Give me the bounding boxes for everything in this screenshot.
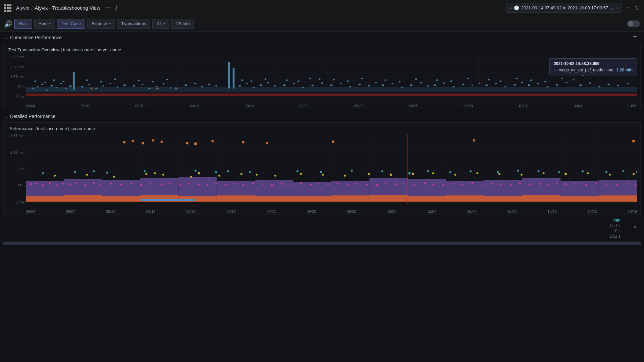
cumulative-chart-title: Test Transaction Overview | test-case-na… [4, 47, 640, 55]
svg-point-242 [385, 183, 386, 184]
svg-point-86 [347, 80, 349, 82]
star-icon[interactable]: ☆ [106, 5, 110, 11]
svg-point-272 [145, 173, 147, 175]
scroll-bar[interactable] [3, 241, 641, 245]
svg-point-226 [233, 183, 235, 185]
svg-point-247 [432, 184, 434, 185]
svg-point-299 [142, 142, 144, 144]
svg-point-222 [198, 184, 200, 185]
svg-rect-191 [331, 195, 369, 202]
svg-point-50 [166, 79, 168, 80]
scroll-handle[interactable] [3, 242, 641, 245]
svg-point-274 [162, 174, 164, 176]
all-dropdown-button[interactable]: All ▾ [152, 19, 169, 29]
refresh-button[interactable]: ↻ [635, 4, 640, 12]
share-icon[interactable]: ⤴ [115, 5, 118, 11]
svg-point-35 [102, 85, 104, 86]
svg-point-239 [356, 183, 358, 185]
ts-info-button[interactable]: TS Info [171, 19, 194, 29]
svg-rect-59 [228, 62, 230, 88]
top-nav: Alyvix / Alyvix - Troubleshooting View ☆… [0, 0, 644, 16]
svg-point-91 [410, 84, 413, 86]
grid-icon[interactable] [4, 4, 11, 12]
svg-point-29 [53, 79, 55, 81]
svg-point-244 [404, 183, 405, 185]
svg-point-250 [461, 184, 463, 185]
transactions-button[interactable]: Transactions [117, 19, 151, 29]
svg-point-249 [453, 183, 454, 185]
host-button[interactable]: Host [14, 19, 32, 29]
svg-point-232 [290, 184, 291, 185]
svg-rect-140 [328, 87, 378, 92]
svg-rect-199 [140, 199, 178, 201]
svg-point-117 [556, 84, 558, 86]
svg-point-70 [283, 84, 285, 86]
toggle-switch[interactable] [627, 20, 640, 27]
svg-rect-185 [102, 196, 140, 202]
add-panel-button[interactable]: + [633, 32, 637, 41]
svg-point-120 [544, 81, 546, 82]
svg-point-203 [35, 183, 37, 184]
test-case-button[interactable]: Test Case [57, 19, 85, 29]
svg-point-294 [587, 172, 589, 174]
svg-point-57 [208, 84, 210, 85]
svg-point-115 [537, 83, 539, 84]
svg-point-58 [215, 85, 217, 86]
detailed-chart-area: 1.67 min 1.25 min 50 s 25 s 0 ms [4, 134, 640, 214]
svg-point-213 [110, 183, 112, 185]
svg-point-256 [519, 182, 521, 184]
svg-point-275 [190, 176, 192, 178]
expand-time-arrow[interactable]: ⌄ [610, 5, 614, 11]
svg-point-318 [249, 171, 251, 173]
svg-point-321 [351, 170, 353, 172]
svg-point-333 [622, 170, 624, 172]
svg-point-123 [579, 84, 582, 86]
cumulative-section-header[interactable]: ⌄ Cumulative Performance [0, 32, 644, 42]
svg-point-127 [617, 85, 619, 86]
svg-point-240 [366, 184, 368, 185]
svg-point-252 [482, 184, 483, 186]
svg-point-38 [123, 84, 126, 86]
svg-point-207 [62, 183, 64, 185]
svg-point-243 [395, 183, 397, 185]
svg-point-217 [151, 183, 152, 185]
svg-point-71 [293, 83, 295, 84]
svg-point-276 [198, 172, 200, 175]
svg-point-324 [427, 170, 429, 172]
svg-point-39 [86, 79, 88, 81]
svg-point-24 [60, 83, 62, 84]
svg-point-259 [548, 184, 549, 186]
svg-point-292 [543, 172, 545, 174]
svg-point-278 [240, 173, 243, 175]
prev-time-arrow[interactable]: ‹ [510, 5, 512, 11]
svg-point-262 [575, 183, 577, 185]
svg-point-96 [415, 78, 417, 80]
detailed-x-axis: 09/04 09/07 09/10 09/13 09/16 09/19 09/2… [26, 209, 637, 214]
svg-point-101 [472, 85, 474, 86]
svg-point-76 [298, 80, 300, 82]
svg-point-211 [93, 182, 95, 184]
svg-rect-183 [26, 196, 64, 202]
next-time-arrow[interactable]: › [616, 5, 618, 11]
svg-point-102 [479, 83, 481, 84]
svg-point-315 [195, 170, 197, 172]
finance-dropdown-button[interactable]: Finance ▾ [87, 19, 115, 29]
svg-point-308 [473, 139, 475, 142]
svg-point-92 [420, 82, 422, 83]
volume-icon[interactable]: 🔊 [4, 20, 12, 28]
svg-point-261 [565, 183, 567, 185]
breadcrumb-root[interactable]: Alyvix [16, 5, 29, 11]
svg-point-126 [607, 84, 610, 85]
toggle-switch-container[interactable] [627, 20, 640, 27]
zoom-out-button[interactable]: − [627, 4, 630, 11]
detailed-section-header[interactable]: ⌄ Detailed Performance [0, 110, 644, 121]
svg-point-279 [256, 174, 258, 176]
host-dropdown-button[interactable]: Host ▾ [34, 19, 55, 29]
svg-rect-134 [26, 87, 76, 92]
time-range-control[interactable]: ‹ 🕐 2021-09-14 07:49:02 to 2021-10-08 17… [506, 3, 622, 13]
svg-point-219 [169, 183, 171, 184]
svg-point-325 [449, 171, 451, 173]
svg-rect-143 [479, 87, 529, 92]
svg-point-310 [42, 172, 44, 174]
cumulative-chart-panel: Test Transaction Overview | test-case-na… [3, 44, 641, 109]
